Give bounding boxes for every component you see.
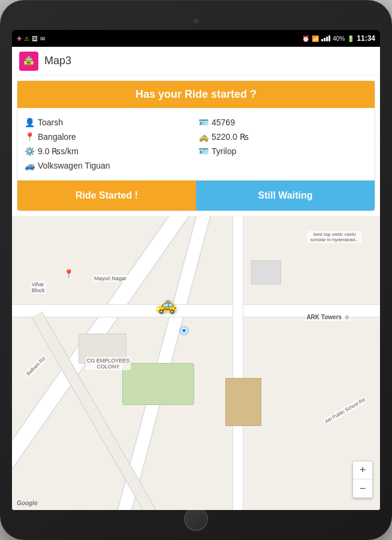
person-icon: 👤 [25,118,34,127]
device: ✚ ⚠ 🖼 ✉ ⏰ 📶 40% 🔋 11:34 [0,0,392,540]
driver-value: Tyrilop [212,146,236,156]
ride-started-button[interactable]: Ride Started ! [17,181,196,211]
status-right-icons: ⏰ 📶 40% 🔋 11:34 [302,34,375,43]
status-left-icons: ✚ ⚠ 🖼 ✉ [17,35,45,42]
battery-text: 40% [333,35,345,42]
screen: ✚ ⚠ 🖼 ✉ ⏰ 📶 40% 🔋 11:34 [12,30,380,510]
colony-text: CG EMPLOYEES COLONY [87,358,130,370]
device-top-bar [12,12,380,30]
device-bottom-bar [12,510,380,528]
clock-icon: ⏰ [302,35,309,42]
card-header-text: Has your Ride started ? [135,88,257,100]
card-header: Has your Ride started ? [17,81,375,108]
location-pin-icon: 📍 [64,269,74,278]
info-name: 👤 Toarsh [25,116,194,128]
speed-icon: ⚙️ [25,146,34,156]
plus-icon: ✚ [17,35,22,42]
info-speed: ⚙️ 9.0 ₨s/km [25,145,194,157]
vastu-label: best top vedic vastu scholar in hyderaba… [307,231,361,243]
info-vehicle: 🚙 Volkswagen Tiguan [25,160,194,172]
map-container[interactable]: best top vedic vastu scholar in hyderaba… [12,216,380,510]
name-value: Toarsh [38,118,63,127]
info-grid: 👤 Toarsh 🪪 45769 📍 Bangalore 🚕 5220.0 ₨ [25,113,367,175]
still-waiting-button[interactable]: Still Waiting [196,181,375,211]
ark-circle-icon: ⊙ [345,314,349,320]
id-value: 45769 [212,118,235,127]
home-button[interactable] [184,507,208,531]
fare-icon: 🚕 [198,132,208,142]
fare-value: 5220.0 ₨ [212,132,249,142]
app-icon-symbol: 🚖 [23,55,35,67]
colony-label: CG EMPLOYEES COLONY [86,357,131,370]
wifi-icon: 📶 [312,35,319,42]
pin-icon: 📍 [25,132,34,142]
vehicle-value: Volkswagen Tiguan [38,161,110,170]
action-buttons: Ride Started ! Still Waiting [17,180,375,211]
info-driver: 🪪 Tyrilop [198,145,367,157]
road-vertical-1 [233,216,243,510]
info-fare: 🚕 5220.0 ₨ [198,131,367,143]
zoom-controls: + − [352,461,373,498]
blue-location-dot [181,328,187,334]
zoom-in-button[interactable]: + [353,461,372,479]
time-display: 11:34 [357,34,375,43]
app-icon: 🚖 [19,52,38,71]
location-value: Bangalore [38,132,76,142]
google-logo: Google [17,500,37,506]
image-icon: 🖼 [32,35,38,42]
card-body: 👤 Toarsh 🪪 45769 📍 Bangalore 🚕 5220.0 ₨ [17,108,375,180]
info-id: 🪪 45769 [198,116,367,128]
app-toolbar: 🚖 Map3 [12,47,380,76]
vihar-label: Vihar Block [31,281,46,294]
ark-text: ARK Towers [306,314,342,320]
status-bar: ✚ ⚠ 🖼 ✉ ⏰ 📶 40% 🔋 11:34 [12,30,380,47]
vihar-text: Vihar Block [32,281,45,293]
email-icon: ✉ [40,35,45,42]
block-3 [251,260,281,284]
ride-card: Has your Ride started ? 👤 Toarsh 🪪 45769… [17,80,375,211]
battery-icon: 🔋 [347,35,354,42]
signal-icon [321,35,330,41]
car-icon: 🚙 [25,161,34,170]
block-2 [225,378,261,426]
app-title: Map3 [44,55,71,67]
green-area [122,363,194,405]
ark-label: ARK Towers ⊙ [305,313,351,321]
camera [194,19,198,23]
car-marker: 🚕 [156,295,177,314]
info-location: 📍 Bangalore [25,131,194,143]
alert-icon: ⚠ [24,35,29,42]
mayuri-label: Mayuri Nagar [93,275,128,282]
id-icon: 🪪 [198,118,208,127]
atri-label: Atri Public School Rd [323,395,367,425]
map-background: best top vedic vastu scholar in hyderaba… [12,216,380,510]
zoom-out-button[interactable]: − [353,479,372,497]
driver-icon: 🪪 [198,146,208,156]
ballram-label: Ballram Rd [25,355,48,378]
road-diagonal-3 [32,311,336,510]
speed-value: 9.0 ₨s/km [38,146,79,156]
